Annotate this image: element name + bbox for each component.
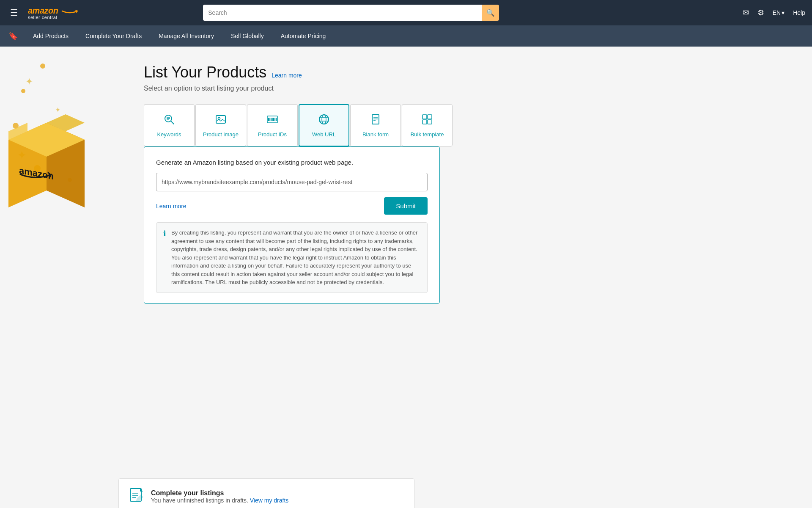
mail-icon: ✉ xyxy=(743,8,749,17)
title-learn-more-link[interactable]: Learn more xyxy=(272,72,302,79)
sidebar-item-complete-drafts[interactable]: Complete Your Drafts xyxy=(77,25,150,47)
logo-amazon-text: amazon xyxy=(28,6,58,15)
content-learn-more-text: Learn more xyxy=(156,203,187,210)
blank-form-label: Blank form xyxy=(362,131,389,138)
box-actions: Learn more Submit xyxy=(156,197,428,215)
banner-subtitle: You have unfinished listings in drafts. … xyxy=(151,497,288,504)
title-learn-more-text: Learn more xyxy=(272,72,302,79)
sidebar-item-add-products[interactable]: Add Products xyxy=(25,25,77,47)
page-content-area: List Your Products Learn more Select an … xyxy=(118,47,499,470)
option-card-product-image[interactable]: Product image xyxy=(195,104,246,146)
main-content: ✦ ✦ ✦ amazon List Your Products xyxy=(0,47,812,470)
page-title: List Your Products xyxy=(144,64,266,81)
product-ids-label: Product IDs xyxy=(258,131,287,138)
page-title-text: List Your Products xyxy=(144,64,266,81)
drafts-icon xyxy=(129,487,144,505)
logo-area: amazon seller central xyxy=(28,6,78,20)
amazon-logo: amazon xyxy=(28,6,78,16)
complete-drafts-label: Complete Your Drafts xyxy=(85,33,142,39)
submit-button[interactable]: Submit xyxy=(384,197,428,215)
option-card-product-ids[interactable]: Product IDs xyxy=(247,104,298,146)
banner-title: Complete your listings xyxy=(151,489,288,497)
left-decoration: ✦ ✦ ✦ amazon xyxy=(0,47,118,470)
hamburger-menu-button[interactable]: ☰ xyxy=(7,6,21,19)
banner-subtitle-text: You have unfinished listings in drafts. xyxy=(151,497,248,504)
bottom-section: Complete your listings You have unfinish… xyxy=(0,470,812,508)
top-navigation: ☰ amazon seller central 🔍 ✉ ⚙ EN ▾ xyxy=(0,0,812,25)
option-card-bulk-template[interactable]: Bulk template xyxy=(402,104,453,146)
language-label: EN xyxy=(773,9,781,16)
banner-text-area: Complete your listings You have unfinish… xyxy=(151,489,288,504)
chevron-down-icon: ▾ xyxy=(782,9,785,16)
product-image-icon xyxy=(215,113,227,128)
language-selector[interactable]: EN ▾ xyxy=(773,9,785,16)
svg-rect-31 xyxy=(422,120,427,124)
bulk-template-label: Bulk template xyxy=(411,131,444,138)
keywords-label: Keywords xyxy=(157,131,181,138)
page-subtitle: Select an option to start listing your p… xyxy=(144,85,482,92)
content-learn-more-link[interactable]: Learn more xyxy=(156,203,187,210)
legal-notice: ℹ By creating this listing, you represen… xyxy=(156,222,428,293)
page-title-row: List Your Products Learn more xyxy=(144,64,482,81)
search-input[interactable] xyxy=(203,5,482,21)
svg-point-21 xyxy=(319,115,329,124)
mail-button[interactable]: ✉ xyxy=(743,8,749,17)
hamburger-icon: ☰ xyxy=(10,8,18,17)
seller-central-text: seller central xyxy=(28,15,57,20)
web-url-label: Web URL xyxy=(312,131,336,138)
web-url-icon xyxy=(318,113,330,128)
web-url-content-box: Generate an Amazon listing based on your… xyxy=(144,146,440,304)
blank-form-icon xyxy=(370,113,381,128)
help-link[interactable]: Help xyxy=(793,9,805,16)
sell-globally-label: Sell Globally xyxy=(231,33,264,39)
url-input[interactable] xyxy=(156,173,428,191)
amazon-box-illustration: amazon xyxy=(0,97,97,216)
deco-dot xyxy=(40,64,45,69)
page-subtitle-text: Select an option to start listing your p… xyxy=(144,85,274,92)
bookmark-icon: 🔖 xyxy=(8,31,18,41)
legal-text: By creating this listing, you represent … xyxy=(171,229,420,287)
svg-rect-29 xyxy=(422,115,427,119)
svg-rect-25 xyxy=(372,115,379,124)
amazon-smile-icon xyxy=(61,8,78,14)
help-label: Help xyxy=(793,9,805,16)
deco-star: ✦ xyxy=(25,76,33,87)
secondary-navigation: 🔖 Add Products Complete Your Drafts Mana… xyxy=(0,25,812,47)
search-button[interactable]: 🔍 xyxy=(482,5,499,21)
manage-inventory-label: Manage All Inventory xyxy=(159,33,214,39)
search-icon: 🔍 xyxy=(486,9,495,17)
view-drafts-text: View my drafts xyxy=(250,497,289,504)
svg-rect-32 xyxy=(428,120,432,124)
option-cards-container: Keywords Product image Product IDs Web U… xyxy=(144,104,482,146)
info-icon: ℹ xyxy=(163,229,166,287)
product-image-label: Product image xyxy=(203,131,239,138)
deco-dot xyxy=(21,89,25,93)
bulk-template-icon xyxy=(421,113,433,128)
settings-button[interactable]: ⚙ xyxy=(757,8,764,17)
keywords-icon xyxy=(163,113,175,128)
automate-pricing-label: Automate Pricing xyxy=(281,33,326,39)
svg-rect-11 xyxy=(216,116,225,123)
option-card-web-url[interactable]: Web URL xyxy=(299,104,349,146)
view-my-drafts-link[interactable]: View my drafts xyxy=(250,497,289,504)
gear-icon: ⚙ xyxy=(757,8,764,17)
svg-line-7 xyxy=(171,121,174,124)
sidebar-item-automate-pricing[interactable]: Automate Pricing xyxy=(272,25,335,47)
option-card-blank-form[interactable]: Blank form xyxy=(350,104,401,146)
sidebar-item-sell-globally[interactable]: Sell Globally xyxy=(222,25,272,47)
complete-listings-banner: Complete your listings You have unfinish… xyxy=(118,478,414,508)
svg-point-22 xyxy=(322,115,326,124)
nav-right: ✉ ⚙ EN ▾ Help xyxy=(743,8,805,17)
add-products-label: Add Products xyxy=(33,33,69,39)
seller-central-label: seller central xyxy=(28,15,57,20)
sidebar-item-manage-inventory[interactable]: Manage All Inventory xyxy=(150,25,222,47)
option-card-keywords[interactable]: Keywords xyxy=(144,104,195,146)
product-ids-icon xyxy=(266,113,278,128)
submit-label: Submit xyxy=(396,202,416,210)
content-box-description: Generate an Amazon listing based on your… xyxy=(156,159,428,166)
svg-rect-30 xyxy=(428,115,432,119)
search-container: 🔍 xyxy=(203,5,499,21)
